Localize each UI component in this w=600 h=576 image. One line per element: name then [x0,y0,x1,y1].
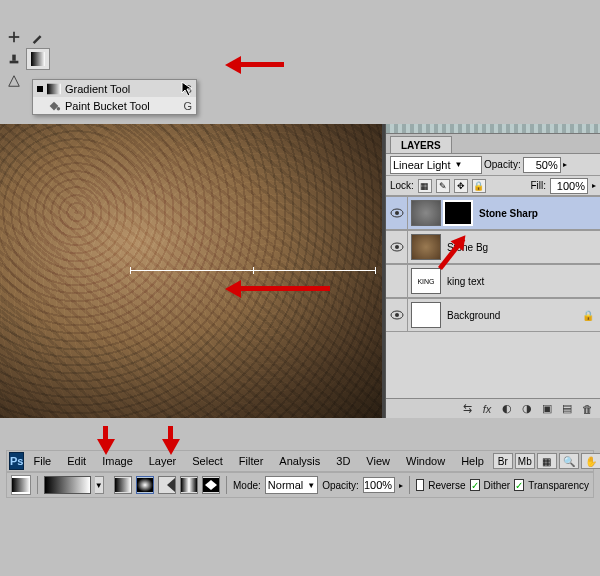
chevron-right-icon[interactable]: ▸ [563,160,567,169]
lock-icon: 🔒 [582,310,594,321]
tool-brush[interactable] [26,26,50,48]
gradient-dropdown[interactable]: ▼ [95,476,104,494]
reverse-label: Reverse [428,480,465,491]
transparency-checkbox[interactable] [514,479,524,491]
menu-edit[interactable]: Edit [60,452,93,470]
adjustment-icon[interactable]: ◑ [520,402,534,416]
menu-view[interactable]: View [359,452,397,470]
lock-position-icon[interactable]: ✥ [454,179,468,193]
gradient-type-reflected[interactable] [180,476,198,494]
layer-thumb[interactable] [411,302,441,328]
flyout-shortcut: G [183,100,196,112]
tool-path[interactable] [2,70,26,92]
extras-icon[interactable]: ▦ [537,453,557,469]
menu-select[interactable]: Select [185,452,230,470]
gradient-type-diamond[interactable] [202,476,220,494]
fx-icon[interactable]: fx [480,402,494,416]
annotation-arrow [230,62,284,67]
menu-help[interactable]: Help [454,452,491,470]
canvas-texture [0,124,382,418]
fill-value: 100% [557,180,585,192]
chevron-right-icon[interactable]: ▸ [592,181,596,190]
menu-filter[interactable]: Filter [232,452,270,470]
menu-window[interactable]: Window [399,452,452,470]
zoom-icon[interactable]: 🔍 [559,453,579,469]
menu-analysis[interactable]: Analysis [272,452,327,470]
lock-transparency-icon[interactable]: ▦ [418,179,432,193]
reverse-checkbox[interactable] [416,479,425,491]
menubar-right: Br Mb ▦ 🔍 ✋ ⟲ [493,453,600,469]
menu-3d[interactable]: 3D [329,452,357,470]
blend-mode-select[interactable]: Linear Light▼ [390,156,482,174]
opacity-label: Opacity: [484,159,521,170]
bridge-icon[interactable]: Br [493,453,513,469]
svg-rect-14 [12,478,30,492]
flyout-item-paint-bucket[interactable]: Paint Bucket Tool G [33,97,196,114]
svg-rect-1 [13,32,15,43]
lock-label: Lock: [390,180,414,191]
paint-bucket-icon [47,99,61,113]
app-logo[interactable]: Ps [9,452,24,470]
lock-row: Lock: ▦ ✎ ✥ 🔒 Fill: 100% ▸ [386,176,600,196]
svg-rect-3 [12,55,16,61]
gradient-drag-indicator [130,270,376,271]
layer-name[interactable]: Background [447,310,500,321]
layer-row-background[interactable]: Background 🔒 [386,298,600,332]
layer-row-king-text[interactable]: KING king text [386,264,600,298]
mini-bridge-icon[interactable]: Mb [515,453,535,469]
separator [409,476,410,494]
hand-icon[interactable]: ✋ [581,453,600,469]
layer-mask-thumb[interactable] [443,200,473,226]
group-icon[interactable]: ▣ [540,402,554,416]
separator [226,476,227,494]
flyout-selected-marker [37,86,43,92]
panel-tabs: LAYERS [386,134,600,154]
layer-row-stone-sharp[interactable]: Stone Sharp [386,196,600,230]
visibility-toggle[interactable] [386,264,408,298]
tool-healing[interactable] [2,26,26,48]
gradient-picker[interactable] [44,476,91,494]
new-layer-icon[interactable]: ▤ [560,402,574,416]
lock-all-icon[interactable]: 🔒 [472,179,486,193]
flyout-item-gradient[interactable]: Gradient Tool G [33,80,196,97]
layer-name[interactable]: Stone Sharp [479,208,538,219]
tool-preset-picker[interactable] [11,475,31,495]
tool-gradient[interactable] [26,48,50,70]
tab-layers[interactable]: LAYERS [390,136,452,153]
transparency-label: Transparency [528,480,589,491]
layer-name[interactable]: king text [447,276,484,287]
mode-select[interactable]: Normal▼ [265,476,318,494]
trash-icon[interactable]: 🗑 [580,402,594,416]
opacity-input[interactable]: 100% [363,477,395,493]
menu-file[interactable]: File [26,452,58,470]
flyout-label: Paint Bucket Tool [65,100,179,112]
dither-label: Dither [484,480,511,491]
opacity-value: 50% [536,159,558,171]
chevron-down-icon: ▼ [455,160,463,169]
gradient-type-angle[interactable] [158,476,176,494]
tool-stamp[interactable] [2,48,26,70]
workspace-band: LAYERS Linear Light▼ Opacity: 50% ▸ Lock… [0,124,600,418]
mode-value: Normal [268,479,303,491]
panel-gripper[interactable] [386,124,600,134]
gradient-type-linear[interactable] [114,476,132,494]
opacity-input[interactable]: 50% [523,157,561,173]
visibility-toggle[interactable] [386,230,408,264]
options-bar: ▼ Mode: Normal▼ Opacity: 100% ▸ Reverse … [6,472,594,498]
visibility-toggle[interactable] [386,196,408,230]
mask-icon[interactable]: ◐ [500,402,514,416]
svg-rect-16 [137,478,153,492]
document-canvas[interactable] [0,124,382,418]
link-layers-icon[interactable]: ⇆ [460,402,474,416]
svg-rect-4 [31,52,45,66]
blend-mode-value: Linear Light [393,159,451,171]
lock-pixels-icon[interactable]: ✎ [436,179,450,193]
layer-thumb[interactable] [411,200,441,226]
visibility-toggle[interactable] [386,298,408,332]
layer-thumb[interactable] [411,234,441,260]
dither-checkbox[interactable] [470,479,480,491]
layer-row-stone-bg[interactable]: Stone Bg [386,230,600,264]
gradient-type-radial[interactable] [136,476,154,494]
fill-input[interactable]: 100% [550,178,588,194]
chevron-right-icon[interactable]: ▸ [399,481,403,490]
